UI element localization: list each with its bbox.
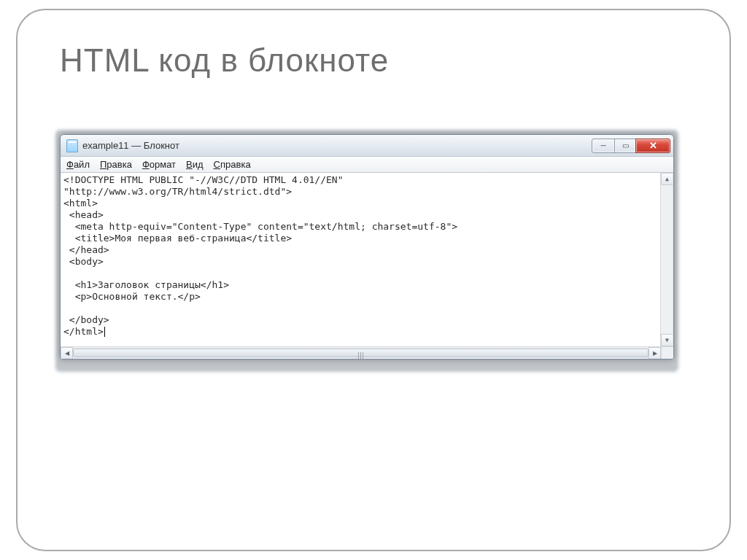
window-title: example11 — Блокнот [82, 140, 592, 151]
code-line: <html> [63, 198, 98, 209]
scroll-up-button[interactable]: ▲ [661, 173, 673, 185]
code-line: <meta http-equiv="Content-Type" content=… [63, 221, 457, 232]
slide-title: HTML код в блокноте [60, 42, 389, 79]
menu-edit[interactable]: Правка [100, 159, 132, 170]
scroll-left-button[interactable]: ◀ [61, 347, 73, 359]
notepad-icon [66, 139, 78, 152]
scrollbar-grip [354, 351, 368, 359]
code-line: <!DOCTYPE HTML PUBLIC "-//W3C//DTD HTML … [63, 174, 344, 185]
menu-format[interactable]: Формат [142, 159, 176, 170]
menubar: Файл Правка Формат Вид Справка [61, 157, 673, 173]
window-controls: ─ ▭ ✕ [592, 139, 670, 153]
content-wrap: <!DOCTYPE HTML PUBLIC "-//W3C//DTD HTML … [61, 173, 673, 346]
notepad-window: example11 — Блокнот ─ ▭ ✕ Файл Правка Фо… [60, 134, 674, 359]
menu-file[interactable]: Файл [66, 159, 90, 170]
text-cursor [104, 327, 105, 337]
horizontal-scrollbar[interactable]: ◀ ▶ [61, 346, 673, 359]
menu-help[interactable]: Справка [214, 159, 251, 170]
code-line: </body> [63, 314, 109, 325]
minimize-button[interactable]: ─ [592, 139, 615, 153]
code-line: </head> [63, 244, 109, 255]
code-line: <p>Основной текст.</p> [63, 291, 201, 302]
code-line: <h1>Заголовок страницы</h1> [63, 279, 229, 290]
code-line: "http://www.w3.org/TR/html4/strict.dtd"> [63, 186, 292, 197]
code-line: <title>Моя первая веб-страница</title> [63, 233, 292, 244]
maximize-button[interactable]: ▭ [614, 139, 636, 153]
vertical-scrollbar[interactable]: ▲ ▼ [660, 173, 673, 346]
code-line: <body> [63, 256, 104, 267]
titlebar[interactable]: example11 — Блокнот ─ ▭ ✕ [61, 135, 673, 157]
scrollbar-thumb[interactable] [73, 349, 649, 357]
text-area[interactable]: <!DOCTYPE HTML PUBLIC "-//W3C//DTD HTML … [61, 173, 673, 346]
menu-view[interactable]: Вид [186, 159, 204, 170]
close-button[interactable]: ✕ [635, 139, 670, 153]
code-line: </html> [63, 326, 104, 337]
scroll-down-button[interactable]: ▼ [661, 334, 673, 346]
scrollbar-corner [661, 347, 673, 359]
code-line: <head> [63, 209, 104, 220]
scroll-right-button[interactable]: ▶ [649, 347, 661, 359]
